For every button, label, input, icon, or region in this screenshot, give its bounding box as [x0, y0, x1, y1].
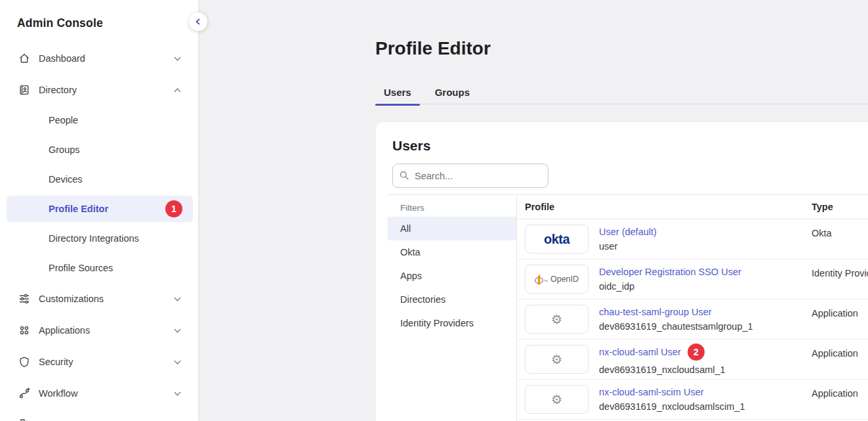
table-row: ⚙︎ chau-test-saml-group User dev86931619…: [517, 299, 868, 340]
table-row: ™ OpenID Developer Registration SSO User…: [517, 259, 868, 299]
search-box: [392, 164, 548, 188]
profile-link[interactable]: chau-test-saml-group User: [599, 307, 712, 317]
app-default-logo: ⚙︎: [525, 345, 589, 374]
sidebar-item-label: Applications: [39, 325, 90, 336]
sidebar: Admin Console Dashboard Directory People…: [0, 0, 199, 421]
chevron-down-icon: [175, 326, 181, 332]
sidebar-item-directory[interactable]: Directory: [7, 77, 193, 103]
profile-sub: dev86931619_nxcloudsamlscim_1: [599, 401, 745, 412]
gear-icon: ⚙︎: [551, 312, 562, 326]
profile-type: Application: [812, 388, 858, 399]
search-input[interactable]: [392, 164, 548, 188]
sidebar-subitem-label: Groups: [49, 144, 80, 155]
profile-cell: ⚙︎ nx-cloud-saml-scim User dev86931619_n…: [517, 385, 812, 414]
profile-text: nx-cloud-saml User 2 dev86931619_nxcloud…: [599, 343, 726, 375]
trademark-symbol: ™: [543, 279, 548, 284]
profile-link[interactable]: nx-cloud-saml User: [599, 347, 681, 357]
table-row: ⚙︎ nx-cloud-saml-scim User dev86931619_n…: [517, 380, 868, 420]
chevron-down-icon: [175, 294, 181, 301]
sidebar-item-security[interactable]: Security: [7, 349, 193, 375]
chevron-up-icon: [175, 88, 181, 95]
tab-groups[interactable]: Groups: [426, 79, 478, 104]
annotation-badge-1: 1: [165, 200, 182, 217]
annotation-badge-2: 2: [688, 343, 705, 361]
profile-sub: user: [599, 241, 657, 252]
profile-cell: ™ OpenID Developer Registration SSO User…: [517, 265, 812, 294]
gear-icon: ⚙︎: [551, 392, 562, 407]
profile-type: Identity Provider: [812, 268, 868, 278]
home-icon: [18, 53, 30, 64]
card-title: Users: [392, 138, 430, 154]
filter-okta[interactable]: Okta: [388, 240, 516, 264]
shield-icon: [18, 356, 30, 368]
tab-label: Groups: [435, 87, 470, 98]
filter-all[interactable]: All: [388, 217, 516, 240]
sidebar-item-groups[interactable]: Groups: [7, 137, 193, 163]
reports-icon-partial: [18, 414, 30, 421]
sidebar-item-workflow[interactable]: Workflow: [7, 380, 193, 407]
sidebar-item-directory-integrations[interactable]: Directory Integrations: [7, 225, 193, 252]
profiles-table: Profile Type okta User (default) user: [517, 195, 868, 421]
okta-wordmark: okta: [544, 232, 569, 247]
profile-sub: oidc_idp: [599, 281, 741, 292]
sidebar-item-devices[interactable]: Devices: [7, 166, 193, 192]
tab-users[interactable]: Users: [375, 79, 420, 104]
profile-cell: ⚙︎ nx-cloud-saml User 2 dev86931619_nxcl…: [517, 343, 812, 375]
sidebar-item-label: Customizations: [39, 294, 104, 304]
sidebar-item-label: Workflow: [39, 388, 77, 399]
chevron-down-icon: [175, 54, 181, 60]
sidebar-subitem-label: Profile Editor: [49, 204, 108, 214]
sliders-icon: [18, 293, 30, 305]
okta-logo: okta: [525, 225, 589, 254]
tab-label: Users: [384, 87, 411, 98]
profile-text: Developer Registration SSO User oidc_idp: [599, 267, 741, 292]
openid-logo: ™ OpenID: [525, 265, 589, 294]
sidebar-item-customizations[interactable]: Customizations: [7, 286, 193, 312]
chevron-down-icon: [175, 389, 181, 395]
filter-identity-providers[interactable]: Identity Providers: [388, 311, 516, 335]
filters-label: Filters: [388, 195, 516, 217]
filters-panel: Filters All Okta Apps Directories Identi…: [388, 195, 517, 421]
column-header-profile: Profile: [517, 202, 812, 212]
sidebar-item-dashboard[interactable]: Dashboard: [7, 45, 193, 72]
tab-bar: Users Groups: [375, 79, 868, 104]
sidebar-subitem-label: Devices: [49, 174, 83, 185]
sidebar-item-people[interactable]: People: [7, 107, 193, 133]
app-default-logo: ⚙︎: [525, 305, 589, 334]
table-header: Profile Type: [517, 195, 868, 219]
sidebar-item-applications[interactable]: Applications: [7, 317, 193, 343]
profile-type: Application: [812, 308, 858, 319]
chevron-down-icon: [175, 357, 181, 364]
profile-type: Application: [812, 348, 858, 359]
sidebar-collapse-button[interactable]: [189, 12, 207, 31]
profile-type: Okta: [812, 228, 832, 238]
profile-text: chau-test-saml-group User dev86931619_ch…: [599, 307, 753, 332]
profile-sub: dev86931619_nxcloudsaml_1: [599, 365, 726, 375]
sidebar-subitem-label: People: [49, 115, 78, 125]
column-header-type: Type: [812, 202, 833, 212]
profile-link[interactable]: Developer Registration SSO User: [599, 267, 741, 277]
openid-symbol-icon: [535, 273, 543, 285]
filter-directories[interactable]: Directories: [388, 288, 516, 311]
app-grid-icon: [18, 324, 30, 336]
profile-text: nx-cloud-saml-scim User dev86931619_nxcl…: [599, 387, 745, 412]
users-card: Users Filters All Okta Apps Directories …: [375, 122, 868, 421]
sidebar-item-label: Dashboard: [39, 53, 85, 64]
gear-icon: ⚙︎: [551, 352, 562, 366]
app-title: Admin Console: [17, 16, 103, 30]
profile-link[interactable]: nx-cloud-saml-scim User: [599, 387, 704, 397]
page-title: Profile Editor: [375, 38, 491, 59]
filter-apps[interactable]: Apps: [388, 264, 516, 288]
profile-cell: ⚙︎ chau-test-saml-group User dev86931619…: [517, 305, 812, 334]
profile-sub: dev86931619_chautestsamlgroup_1: [599, 321, 753, 332]
sidebar-subitem-label: Directory Integrations: [49, 233, 139, 244]
sidebar-item-profile-sources[interactable]: Profile Sources: [7, 255, 193, 281]
profile-cell: okta User (default) user: [517, 225, 812, 254]
sidebar-subitem-label: Profile Sources: [49, 263, 113, 273]
profile-link[interactable]: User (default): [599, 227, 657, 237]
sidebar-item-profile-editor[interactable]: Profile Editor 1: [7, 196, 193, 222]
sidebar-item-label: Directory: [39, 85, 77, 95]
search-icon: [399, 170, 409, 181]
profile-text: User (default) user: [599, 227, 657, 252]
card-body: Filters All Okta Apps Directories Identi…: [388, 194, 868, 421]
